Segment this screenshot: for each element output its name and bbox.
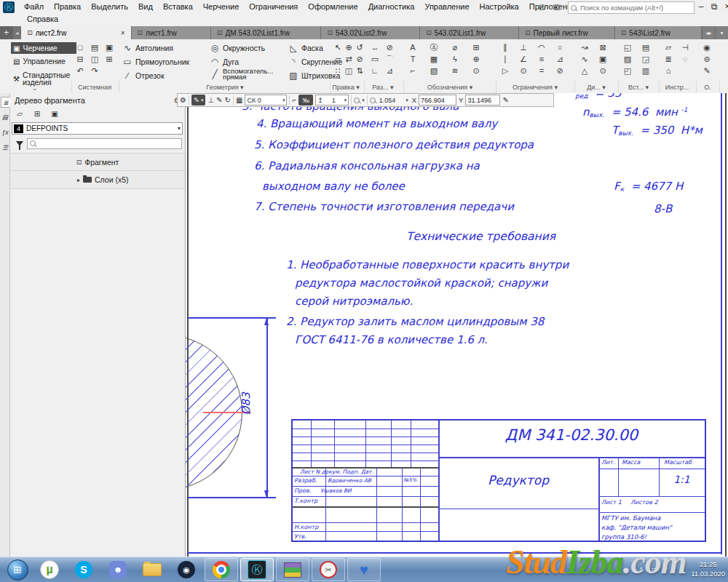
ribbon-icon[interactable]: ∣ — [499, 53, 512, 65]
panel-menu-icon[interactable]: ☰ — [1, 143, 9, 152]
ribbon-icon[interactable]: ▤ — [639, 41, 652, 53]
ribbon-icon[interactable]: ⊿ — [553, 53, 566, 65]
tech-req-2a[interactable]: 2. Редуктор залить маслом цилиндровым 38 — [286, 315, 544, 328]
menu-constraints[interactable]: Ограничения — [244, 1, 303, 12]
ribbon-icon[interactable]: ≣ — [662, 53, 675, 65]
tech-req-2b[interactable]: ГОСТ 6411-76 в количестве 1.6 л. — [295, 333, 488, 346]
diameter-dimension-label[interactable]: Ø83 — [240, 393, 253, 415]
drawing-line-4[interactable]: 4. Вращающий момент на выходном валу — [256, 117, 497, 130]
ribbon-icon[interactable]: ⌀ — [448, 41, 462, 53]
ortho-snap-icon[interactable]: ⊥ — [207, 96, 214, 104]
group-menu-arrow[interactable]: ▾ — [554, 84, 558, 91]
ribbon-icon[interactable]: ⊿ — [383, 65, 396, 76]
ribbon-icon[interactable]: ◌ — [678, 53, 692, 65]
ribbon-icon[interactable]: ▤ — [88, 41, 101, 53]
group-menu-arrow[interactable]: ▾ — [470, 84, 473, 91]
settings-gear-icon[interactable]: ⚙ — [180, 96, 186, 104]
y-coordinate-input[interactable] — [465, 95, 500, 105]
associativity-icon[interactable]: ↻ — [225, 96, 231, 104]
tab-close-icon[interactable]: × — [121, 29, 125, 37]
ribbon-icon[interactable]: ⊣ — [678, 41, 692, 53]
ribbon-icon[interactable]: ∥ — [499, 41, 512, 53]
current-layer-select[interactable]: 4 DEFPOINTS ▾ — [12, 122, 183, 135]
ribbon-icon[interactable]: ⊘ — [383, 41, 396, 53]
menu-drafting[interactable]: Черчение — [198, 1, 245, 12]
ribbon-icon[interactable]: ◉ — [700, 41, 713, 53]
drawing-line-5[interactable]: 5. Коэффициент полезного действия редукт… — [254, 138, 534, 151]
close-button[interactable]: × — [721, 1, 728, 12]
raster-icon[interactable]: ▣ — [48, 108, 61, 119]
taskbar-winrar[interactable] — [276, 558, 309, 581]
layers-tool-icon[interactable]: ▱ — [13, 108, 26, 119]
tab-menu-button[interactable]: ▾ — [715, 26, 728, 39]
ribbon-icon[interactable]: ◠ — [535, 41, 548, 53]
collapse-categories-icon[interactable]: ⌄ — [32, 84, 38, 92]
taskbar-chrome[interactable] — [205, 558, 238, 581]
ribbon-icon[interactable]: ▥ — [639, 65, 652, 76]
ribbon-icon[interactable]: ↺ — [353, 41, 366, 53]
ribbon-icon[interactable]: △ — [578, 65, 591, 76]
ribbon-icon[interactable]: ≋ — [448, 65, 462, 76]
tab-list1[interactable]: ⊡ лист1.frw — [132, 26, 211, 39]
zoom-scale-icon[interactable] — [370, 97, 376, 103]
tool-rectangle[interactable]: ▭ Прямоугольник — [122, 57, 189, 67]
ribbon-icon[interactable]: Ⓐ — [427, 41, 440, 53]
ribbon-icon[interactable]: ⌂ — [662, 65, 675, 76]
ribbon-icon[interactable]: = — [535, 65, 548, 76]
tab-scroll-left[interactable]: ◂ — [13, 26, 22, 39]
tool-circle[interactable]: ◎ Окружность — [210, 43, 265, 53]
drawing-canvas[interactable]: ред = 55 nвых. = 54.6 мин -1 Tвых. = 350… — [186, 93, 728, 557]
ribbon-icon[interactable]: ⊙ — [596, 65, 609, 76]
corner-mode-icon[interactable]: ⌐ — [292, 96, 296, 104]
variables-panel-icon[interactable]: ƒx — [1, 127, 9, 137]
tab-54302-list1[interactable]: ⊡ 543.02\List1.frw — [420, 26, 519, 39]
tab-first-sheet[interactable]: ⊡ Первый лист.frw — [519, 26, 615, 39]
ribbon-icon[interactable]: ▭ — [368, 53, 381, 65]
menu-file[interactable]: Файл — [19, 1, 49, 12]
layer-select[interactable]: ↥ 1 ▾ — [315, 95, 349, 105]
tool-arc[interactable]: ◠ Дуга — [210, 57, 239, 67]
grid-toggle-icon[interactable]: ▦ — [236, 96, 242, 104]
tree-item-layers[interactable]: ▸ Слои (x5) — [10, 170, 185, 189]
menu-select[interactable]: Выделить — [86, 1, 133, 12]
objects-filter-icon[interactable]: ⊞ — [31, 108, 44, 119]
ribbon-icon[interactable]: ⊠ — [596, 41, 609, 53]
ribbon-icon[interactable]: ⇅ — [353, 65, 366, 76]
ribbon-icon[interactable]: ⊚ — [700, 53, 713, 65]
new-tab-button[interactable]: + — [0, 26, 13, 39]
ribbon-icon[interactable]: ∟ — [368, 65, 381, 76]
restore-button[interactable]: ⧉ — [708, 1, 720, 12]
drawing-text-force[interactable]: Fк = 4677 Н — [614, 180, 683, 193]
zoom-level-select[interactable]: 1.054 ▾ — [378, 95, 410, 105]
tree-item-fragment[interactable]: ⊡ Фрагмент — [10, 153, 185, 171]
menu-view[interactable]: Вид — [133, 1, 158, 12]
taskbar-discord[interactable]: ☻ — [102, 559, 134, 581]
tech-req-1b[interactable]: редуктора маслостойкой краской; снаружи — [295, 276, 547, 290]
ribbon-icon[interactable]: ⊞ — [103, 53, 116, 65]
start-button[interactable]: ⊞ — [4, 559, 31, 581]
minimize-button[interactable]: – — [695, 1, 707, 12]
tech-req-1a[interactable]: 1. Необработанные поверхности красить вн… — [286, 258, 569, 271]
menu-management[interactable]: Управление — [419, 1, 474, 12]
ribbon-icon[interactable]: ▣ — [596, 53, 609, 65]
pointer-pen-icon[interactable]: ✎ — [502, 96, 508, 104]
zoom-tool-icon[interactable] — [354, 97, 360, 103]
ribbon-icon[interactable]: ∿ — [578, 53, 591, 65]
angle-snap-icon[interactable]: ✎ — [216, 96, 222, 104]
tab-dm54302-list1[interactable]: ⊡ ДМ 543.02\List1.frw — [211, 26, 321, 39]
snap-mode-button[interactable]: ✎ ▾ — [191, 95, 205, 105]
ribbon-icon[interactable]: ⊕ — [470, 53, 483, 65]
ribbon-icon[interactable]: T — [406, 53, 419, 65]
ribbon-icon[interactable]: ◱ — [621, 41, 634, 53]
ribbon-icon[interactable]: ∠ — [517, 53, 530, 65]
ribbon-icon[interactable]: A — [406, 41, 419, 53]
tray-clock[interactable]: 21:25 11.03.2020 — [691, 559, 725, 579]
search-input[interactable] — [579, 3, 687, 12]
group-menu-arrow[interactable]: ▾ — [390, 84, 394, 91]
chevron-down-icon[interactable]: ▾ — [178, 125, 181, 132]
tech-requirements-title[interactable]: Технические требования — [406, 230, 555, 243]
tech-req-1c[interactable]: серой нитроэмалью. — [295, 295, 413, 308]
group-menu-arrow[interactable]: ▾ — [240, 84, 244, 91]
ribbon-icon[interactable]: ◲ — [639, 53, 652, 65]
title-block[interactable]: ДМ 341-02.30.00 Редуктор Лит. Масса Масш… — [291, 419, 706, 542]
